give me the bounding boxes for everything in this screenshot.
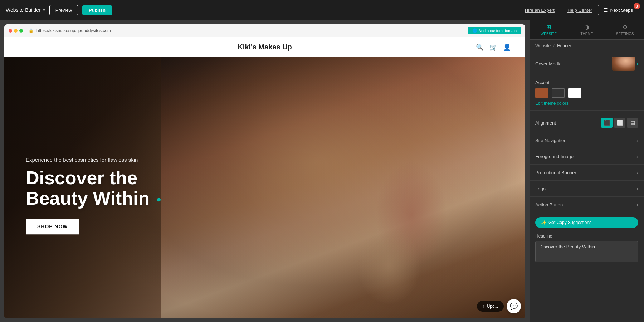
cover-media-preview[interactable]: ›: [612, 57, 638, 71]
sparkle-icon: ✨: [541, 220, 546, 225]
site-header-icons: 🔍 🛒 👤: [476, 43, 511, 51]
settings-tab-label: SETTINGS: [616, 32, 634, 36]
bottom-bar: ↑ Upc... 💬: [477, 299, 521, 313]
promotional-banner-chevron-icon: ›: [636, 170, 638, 175]
browser-chrome: 🔒 https://kikismakesup.godaddysites.com …: [4, 24, 525, 37]
toolbar: Website Builder ▾ Preview Publish Hire a…: [0, 0, 644, 20]
foreground-image-label: Foreground Image: [535, 154, 574, 159]
website-tab-label: WEBSITE: [541, 32, 557, 36]
accent-label: Accent: [535, 80, 638, 85]
action-button-label: Action Button: [535, 202, 563, 208]
headline-section: Headline Discover the Beauty Within: [530, 231, 644, 268]
hero-content: Experience the best cosmetics for flawle…: [26, 156, 176, 234]
hire-expert-link[interactable]: Hire an Expert: [525, 8, 555, 13]
help-center-link[interactable]: Help Center: [567, 8, 592, 13]
theme-tab-label: THEME: [581, 32, 593, 36]
logo-item[interactable]: Logo ›: [530, 181, 644, 197]
browser-dot-red[interactable]: [9, 29, 12, 33]
browser-dot-yellow[interactable]: [14, 29, 18, 33]
teal-dot-decoration: [157, 198, 161, 202]
accent-section: Accent Edit theme colors: [530, 75, 644, 111]
accent-swatches: [535, 88, 638, 98]
shop-now-button[interactable]: SHOP NOW: [26, 219, 79, 235]
logo-label: Logo: [535, 186, 546, 191]
cover-media-chevron-icon: ›: [636, 60, 638, 67]
browser-dot-green[interactable]: [19, 29, 23, 33]
chat-button[interactable]: 💬: [507, 299, 521, 313]
alignment-buttons: ⬛ ⬜ ▤: [601, 118, 638, 128]
breadcrumb-separator: /: [553, 43, 554, 48]
site-header: Kiki's Makes Up 🔍 🛒 👤: [4, 37, 525, 57]
publish-button[interactable]: Publish: [82, 5, 112, 15]
panel-tabs: ⊞ WEBSITE ◑ THEME ⚙ SETTINGS: [530, 20, 644, 40]
headline-textarea[interactable]: Discover the Beauty Within: [535, 241, 638, 262]
cover-media-label: Cover Media: [535, 61, 562, 67]
cover-media-row: Cover Media ›: [535, 57, 638, 71]
update-button[interactable]: ↑ Upc...: [477, 301, 504, 312]
cover-thumb-face: [612, 57, 635, 71]
next-steps-button[interactable]: ☰ Next Steps 3: [598, 5, 638, 15]
breadcrumb-parent[interactable]: Website: [535, 43, 551, 48]
add-custom-domain-button[interactable]: 🌐 Add a custom domain: [468, 27, 521, 34]
accent-swatch-white[interactable]: [568, 88, 581, 98]
canvas-area: 🔒 https://kikismakesup.godaddysites.com …: [0, 20, 530, 322]
search-icon[interactable]: 🔍: [476, 43, 484, 51]
cover-media-section: Cover Media ›: [530, 52, 644, 75]
lock-icon: 🔒: [29, 28, 34, 33]
action-button-item[interactable]: Action Button ›: [530, 197, 644, 213]
tab-settings[interactable]: ⚙ SETTINGS: [606, 20, 644, 39]
brand-chevron-icon: ▾: [43, 8, 45, 13]
globe-icon: 🌐: [472, 28, 477, 33]
tab-theme[interactable]: ◑ THEME: [568, 20, 606, 39]
settings-tab-icon: ⚙: [623, 24, 628, 30]
brand-label: Website Builder: [6, 7, 41, 13]
next-steps-icon: ☰: [603, 7, 608, 13]
tab-website[interactable]: ⊞ WEBSITE: [530, 20, 568, 39]
hero-section: Experience the best cosmetics for flawle…: [4, 57, 525, 318]
cart-icon[interactable]: 🛒: [489, 43, 497, 51]
promotional-banner-item[interactable]: Promotional Banner ›: [530, 165, 644, 181]
alignment-row: Alignment ⬛ ⬜ ▤: [535, 118, 638, 128]
account-icon[interactable]: 👤: [503, 43, 511, 51]
site-navigation-label: Site Navigation: [535, 138, 566, 143]
edit-theme-colors-link[interactable]: Edit theme colors: [535, 101, 638, 106]
theme-tab-icon: ◑: [584, 24, 589, 30]
align-center-button[interactable]: ⬜: [614, 118, 625, 128]
preview-button[interactable]: Preview: [49, 5, 78, 15]
align-right-button[interactable]: ▤: [627, 118, 638, 128]
alignment-label: Alignment: [535, 120, 556, 126]
foreground-image-item[interactable]: Foreground Image ›: [530, 148, 644, 165]
headline-label: Headline: [535, 234, 638, 239]
browser-url: https://kikismakesup.godaddysites.com: [36, 28, 465, 33]
next-steps-label: Next Steps: [610, 8, 633, 13]
breadcrumb: Website / Header: [530, 40, 644, 52]
main-area: 🔒 https://kikismakesup.godaddysites.com …: [0, 20, 644, 322]
update-icon: ↑: [483, 304, 485, 309]
get-copy-suggestions-button[interactable]: ✨ Get Copy Suggestions: [535, 217, 638, 228]
hero-subtitle: Experience the best cosmetics for flawle…: [26, 156, 176, 164]
action-button-chevron-icon: ›: [636, 202, 638, 208]
accent-swatch-dark[interactable]: [552, 88, 565, 98]
site-logo: Kiki's Makes Up: [238, 43, 292, 51]
website-tab-icon: ⊞: [546, 24, 551, 30]
next-steps-badge: 3: [634, 3, 640, 9]
cover-thumbnail: [612, 57, 635, 71]
foreground-image-chevron-icon: ›: [636, 153, 638, 159]
align-left-button[interactable]: ⬛: [601, 118, 613, 128]
site-navigation-chevron-icon: ›: [636, 137, 638, 143]
logo-chevron-icon: ›: [636, 186, 638, 191]
breadcrumb-current: Header: [557, 43, 571, 48]
website-builder-brand[interactable]: Website Builder ▾: [6, 7, 45, 13]
toolbar-divider: |: [560, 7, 562, 13]
chat-icon: 💬: [510, 302, 518, 310]
browser-dots: [9, 29, 23, 33]
accent-swatch-brown[interactable]: [535, 88, 548, 98]
site-navigation-item[interactable]: Site Navigation ›: [530, 132, 644, 148]
hero-title: Discover the Beauty Within: [26, 168, 176, 209]
website-preview: Kiki's Makes Up 🔍 🛒 👤 Experience th: [4, 37, 525, 318]
right-panel: ⊞ WEBSITE ◑ THEME ⚙ SETTINGS Website / H…: [530, 20, 644, 322]
toolbar-right: Hire an Expert | Help Center ☰ Next Step…: [525, 5, 638, 15]
alignment-section: Alignment ⬛ ⬜ ▤: [530, 111, 644, 132]
promotional-banner-label: Promotional Banner: [535, 170, 576, 175]
toolbar-left: Website Builder ▾ Preview Publish: [6, 5, 112, 15]
